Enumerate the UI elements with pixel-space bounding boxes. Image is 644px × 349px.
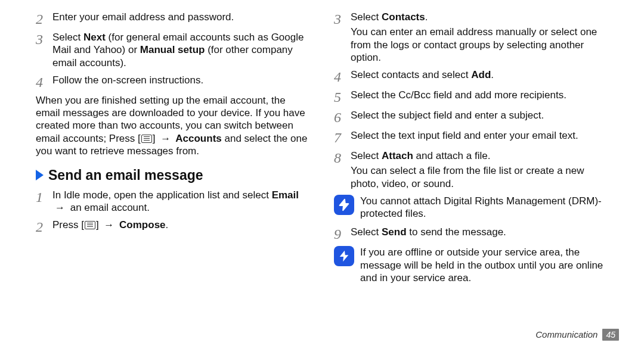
step-number: 7 bbox=[334, 129, 351, 145]
bold-email: Email bbox=[272, 189, 299, 201]
send-step-7: 7 Select the text input field and enter … bbox=[334, 129, 608, 145]
step-body: Select the Cc/Bcc field and add more rec… bbox=[351, 89, 608, 101]
note-icon bbox=[334, 246, 354, 266]
step-text: Select the text input field and enter yo… bbox=[351, 129, 608, 142]
step-text: Follow the on-screen instructions. bbox=[52, 74, 310, 86]
text: Select bbox=[351, 11, 382, 23]
step-text: Select contacts and select Add. bbox=[351, 68, 608, 81]
step-number: 2 bbox=[36, 219, 52, 234]
text: Select bbox=[52, 32, 83, 43]
menu-icon bbox=[141, 135, 152, 143]
text: You cannot attach Digital Rights Managem… bbox=[360, 195, 608, 220]
step-body: Select Send to send the message. bbox=[351, 226, 608, 238]
step-subtext: You can enter an email address manually … bbox=[351, 26, 608, 64]
send-step-9: 9 Select Send to send the message. bbox=[334, 226, 608, 241]
send-step-4: 4 Select contacts and select Add. bbox=[334, 68, 608, 84]
step-text: Select the Cc/Bcc field and add more rec… bbox=[351, 89, 608, 101]
arrow-icon: → bbox=[101, 219, 116, 230]
bold-attach: Attach bbox=[382, 150, 413, 161]
bold-manual-setup: Manual setup bbox=[140, 44, 205, 55]
setup-step-2: 2 Enter your email address and password. bbox=[36, 11, 310, 26]
text: Select bbox=[351, 150, 382, 161]
step-text: Select Next (for general email accounts … bbox=[52, 31, 310, 69]
text: . bbox=[491, 69, 494, 80]
bold-next: Next bbox=[83, 32, 106, 43]
step-number: 9 bbox=[334, 226, 351, 241]
text: Select bbox=[351, 226, 382, 238]
text: to send the message. bbox=[407, 226, 506, 238]
step-body: Select contacts and select Add. bbox=[351, 68, 608, 81]
page-footer: Communication 45 bbox=[535, 329, 619, 341]
step-body: Select the text input field and enter yo… bbox=[351, 129, 608, 142]
send-step-3: 3 Select Contacts. You can enter an emai… bbox=[334, 11, 608, 64]
left-column: 2 Enter your email address and password.… bbox=[36, 11, 310, 239]
bold-compose: Compose bbox=[116, 219, 165, 230]
bold-add: Add bbox=[471, 69, 491, 80]
section-send-email: Send an email message bbox=[36, 167, 310, 184]
step-number: 2 bbox=[36, 11, 52, 26]
setup-step-3: 3 Select Next (for general email account… bbox=[36, 31, 310, 69]
manual-page: 2 Enter your email address and password.… bbox=[0, 0, 644, 349]
step-text: Select Contacts. bbox=[351, 11, 608, 23]
text: an email account. bbox=[67, 202, 150, 213]
setup-step-4: 4 Follow the on-screen instructions. bbox=[36, 74, 310, 89]
bold-accounts: Accounts bbox=[173, 133, 222, 144]
send-step-6: 6 Select the subject field and enter a s… bbox=[334, 109, 608, 124]
note-icon bbox=[334, 195, 354, 215]
step-number: 5 bbox=[334, 89, 351, 104]
step-body: Select Attach and attach a file. You can… bbox=[351, 149, 608, 190]
footer-section-label: Communication bbox=[535, 329, 597, 341]
section-title: Send an email message bbox=[48, 167, 203, 184]
note-drm: You cannot attach Digital Rights Managem… bbox=[334, 195, 608, 220]
menu-icon bbox=[85, 221, 95, 229]
step-number: 3 bbox=[36, 31, 52, 46]
step-body: In Idle mode, open the application list … bbox=[52, 189, 310, 214]
step-number: 8 bbox=[334, 149, 351, 165]
send-step-2: 2 Press [] → Compose. bbox=[36, 219, 310, 234]
step-text: Select the subject field and enter a sub… bbox=[351, 109, 608, 121]
arrow-icon: → bbox=[158, 133, 173, 144]
page-number: 45 bbox=[602, 329, 619, 341]
bold-send: Send bbox=[382, 226, 407, 238]
note-text: You cannot attach Digital Rights Managem… bbox=[360, 195, 608, 220]
text: and attach a file. bbox=[413, 150, 490, 161]
step-text: Select Attach and attach a file. bbox=[351, 149, 608, 162]
text: If you are offline or outside your servi… bbox=[360, 246, 608, 284]
step-number: 1 bbox=[36, 189, 52, 204]
note-offline: If you are offline or outside your servi… bbox=[334, 246, 608, 284]
text: Press [ bbox=[52, 219, 84, 230]
step-text: Enter your email address and password. bbox=[52, 11, 310, 23]
step-number: 4 bbox=[36, 74, 52, 89]
step-subtext: You can select a file from the file list… bbox=[351, 164, 608, 190]
right-column: 3 Select Contacts. You can enter an emai… bbox=[334, 11, 608, 290]
step-text: Select Send to send the message. bbox=[351, 226, 608, 238]
bold-contacts: Contacts bbox=[382, 11, 425, 23]
step-number: 4 bbox=[334, 68, 351, 84]
chevron-right-icon bbox=[36, 170, 44, 180]
arrow-icon: → bbox=[52, 202, 67, 213]
step-body: Press [] → Compose. bbox=[52, 219, 310, 231]
step-body: Select Contacts. You can enter an email … bbox=[351, 11, 608, 64]
text: . bbox=[166, 219, 169, 230]
step-text: In Idle mode, open the application list … bbox=[52, 189, 310, 214]
step-number: 3 bbox=[334, 11, 351, 26]
send-step-5: 5 Select the Cc/Bcc field and add more r… bbox=[334, 89, 608, 104]
setup-finish-paragraph: When you are finished setting up the ema… bbox=[36, 94, 310, 157]
text: ] bbox=[153, 133, 158, 144]
text: In Idle mode, open the application list … bbox=[52, 189, 272, 201]
step-body: Follow the on-screen instructions. bbox=[52, 74, 310, 86]
text: Select contacts and select bbox=[351, 69, 471, 80]
send-step-1: 1 In Idle mode, open the application lis… bbox=[36, 189, 310, 214]
text: ] bbox=[96, 219, 101, 230]
note-text: If you are offline or outside your servi… bbox=[360, 246, 608, 284]
step-body: Enter your email address and password. bbox=[52, 11, 310, 23]
step-number: 6 bbox=[334, 109, 351, 124]
step-text: Press [] → Compose. bbox=[52, 219, 310, 231]
step-body: Select the subject field and enter a sub… bbox=[351, 109, 608, 121]
step-body: Select Next (for general email accounts … bbox=[52, 31, 310, 69]
send-step-8: 8 Select Attach and attach a file. You c… bbox=[334, 149, 608, 190]
text: . bbox=[425, 11, 428, 23]
